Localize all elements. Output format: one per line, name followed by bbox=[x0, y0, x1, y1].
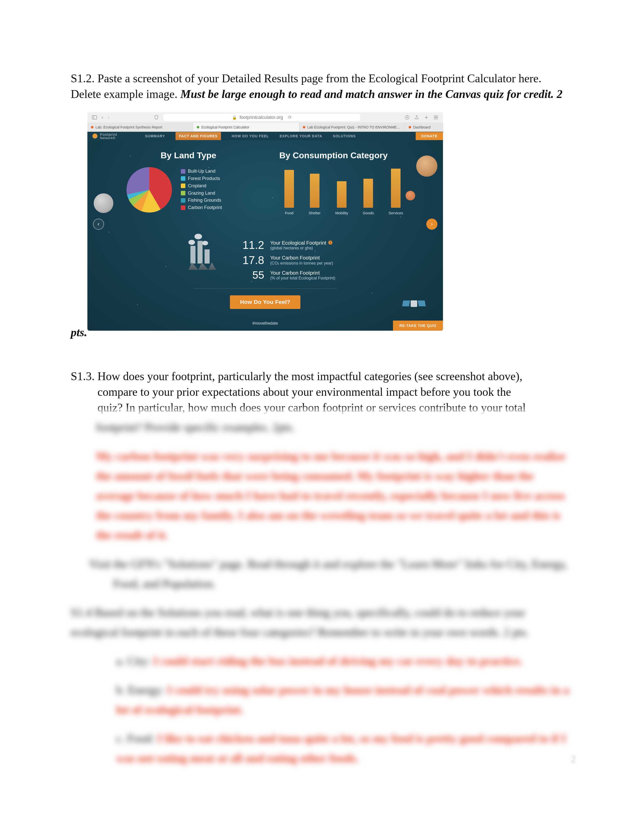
tab-quiz[interactable]: Lab Ecological Footprint: Quiz - INTRO T… bbox=[299, 123, 405, 132]
legend-item: Carbon Footprint bbox=[188, 204, 222, 211]
consumption-bar-chart: Food Shelter Mobility Goods Services bbox=[284, 162, 403, 215]
download-icon[interactable] bbox=[404, 115, 410, 120]
nav-facts[interactable]: FACT AND FIGURES bbox=[175, 132, 221, 140]
heading-consumption: By Consumption Category bbox=[279, 150, 388, 160]
nav-explore[interactable]: EXPLORE YOUR DATA bbox=[280, 134, 322, 138]
blur-label: c. Food: bbox=[116, 732, 157, 745]
site-navbar: Footprint Network® SUMMARY FACT AND FIGU… bbox=[87, 132, 443, 140]
bar-label: Shelter bbox=[309, 211, 321, 215]
heading-land-type: By Land Type bbox=[161, 150, 216, 160]
land-type-legend: Built-Up Land Forest Products Cropland G… bbox=[181, 167, 222, 211]
page-number: 2 bbox=[571, 753, 576, 765]
blurred-preview: footprint? Provide specific examples. 2p… bbox=[71, 418, 573, 768]
retake-quiz-button[interactable]: RE-TAKE THE QUIZ bbox=[393, 321, 443, 331]
bar-label: Goods bbox=[363, 211, 374, 215]
footprint-stats: 11.2 Your Ecological Footprinti (global … bbox=[237, 239, 335, 284]
donate-button[interactable]: DONATE bbox=[416, 132, 443, 140]
tab-label: Lab Ecological Footprint: Quiz - INTRO T… bbox=[308, 125, 400, 129]
footprint-logo-icon bbox=[92, 133, 98, 138]
pts-suffix: pts. bbox=[71, 326, 87, 339]
nav-solutions[interactable]: SOLUTIONS bbox=[333, 134, 356, 138]
tab-label: Dashboard bbox=[413, 125, 431, 129]
mars-decor bbox=[406, 191, 415, 200]
blur-line: footprint? Provide specific examples. 2p… bbox=[71, 418, 573, 437]
legend-item: Grazing Land bbox=[188, 190, 215, 197]
svg-rect-5 bbox=[434, 117, 436, 119]
svg-rect-3 bbox=[434, 116, 436, 117]
logo-line1: Footprint bbox=[100, 132, 117, 137]
legend-item: Fishing Grounds bbox=[188, 197, 221, 204]
canvas-favicon-icon bbox=[409, 126, 411, 129]
logo-line2: Network® bbox=[100, 137, 117, 140]
stat-value: 55 bbox=[237, 269, 264, 281]
nav-forward-icon[interactable]: › bbox=[108, 114, 109, 120]
embedded-screenshot: ‹ › 🔒 footprintcalculator.org ⟳ bbox=[87, 112, 443, 331]
stat-sub: (% of your total Ecological Footprint) bbox=[270, 276, 335, 280]
sidebar-toggle-icon[interactable] bbox=[92, 115, 97, 120]
next-button[interactable]: › bbox=[426, 219, 438, 230]
nav-summary[interactable]: SUMMARY bbox=[145, 134, 165, 138]
reload-icon[interactable]: ⟳ bbox=[288, 115, 292, 120]
blur-answer: I like to eat chicken and tuna quite a l… bbox=[116, 732, 566, 765]
stat-title: Your Carbon Footprint bbox=[270, 255, 333, 261]
address-bar[interactable]: 🔒 footprintcalculator.org ⟳ bbox=[163, 114, 360, 121]
blur-label: a. City: bbox=[116, 654, 153, 667]
q13-line: S1.3. How does your footprint, particula… bbox=[71, 368, 573, 384]
q13-line: quiz? In particular, how much does your … bbox=[71, 400, 573, 415]
q12-emph: Must be large enough to read and match a… bbox=[180, 88, 562, 100]
jupiter-decor bbox=[416, 156, 438, 177]
canvas-favicon-icon bbox=[303, 126, 305, 129]
svg-rect-6 bbox=[436, 117, 438, 119]
canvas-favicon-icon bbox=[91, 126, 93, 129]
site-favicon-icon bbox=[197, 126, 199, 129]
browser-tabs: Lab: Ecological Footprint Synthesis Repo… bbox=[87, 123, 443, 132]
new-tab-icon[interactable] bbox=[424, 115, 429, 120]
stat-value: 17.8 bbox=[237, 254, 264, 267]
hashtag-label: #movethedate bbox=[252, 321, 278, 326]
question-s1-2: S1.2. Paste a screenshot of your Detaile… bbox=[71, 71, 573, 102]
tab-dashboard[interactable]: Dashboard bbox=[405, 123, 443, 132]
shield-icon[interactable] bbox=[154, 115, 159, 120]
blur-label: b. Energy: bbox=[116, 683, 167, 696]
tabs-overview-icon[interactable] bbox=[433, 115, 438, 120]
legend-item: Forest Products bbox=[188, 175, 220, 182]
blur-line: S1.4 Based on the Solutions you read, wh… bbox=[71, 603, 573, 642]
blur-answer: My carbon footprint was very surprising … bbox=[71, 447, 573, 545]
nav-feel[interactable]: HOW DO YOU FEEL bbox=[232, 134, 269, 138]
tab-label: Lab: Ecological Footprint Synthesis Repo… bbox=[95, 125, 163, 129]
q13-line: compare to your prior expectations about… bbox=[71, 384, 573, 400]
stat-value: 11.2 bbox=[237, 239, 264, 251]
svg-rect-0 bbox=[92, 116, 97, 119]
factory-illustration bbox=[188, 241, 224, 271]
tab-report[interactable]: Lab: Ecological Footprint Synthesis Repo… bbox=[87, 123, 193, 132]
blur-answer: I could start riding the bus instead of … bbox=[153, 654, 523, 667]
share-icon[interactable] bbox=[414, 115, 419, 120]
svg-rect-4 bbox=[436, 116, 438, 117]
address-text: footprintcalculator.org bbox=[240, 115, 283, 120]
prev-button[interactable]: ‹ bbox=[93, 219, 104, 230]
info-icon[interactable]: i bbox=[328, 241, 332, 244]
land-type-pie-chart bbox=[127, 167, 172, 212]
stat-sub: (global hectares or gha) bbox=[270, 246, 332, 251]
stat-title: Your Ecological Footprint bbox=[270, 240, 326, 246]
legend-item: Cropland bbox=[188, 182, 206, 190]
site-logo[interactable]: Footprint Network® bbox=[87, 132, 122, 140]
bar-label: Food bbox=[285, 211, 293, 215]
bar-label: Services bbox=[389, 211, 403, 215]
nav-back-icon[interactable]: ‹ bbox=[101, 114, 103, 120]
tab-label: Ecological Footprint Calculator bbox=[201, 125, 249, 129]
browser-toolbar: ‹ › 🔒 footprintcalculator.org ⟳ bbox=[87, 112, 443, 123]
question-s1-3: S1.3. How does your footprint, particula… bbox=[71, 368, 573, 415]
legend-item: Built-Up Land bbox=[188, 167, 216, 175]
stat-sub: (CO₂ emissions in tonnes per year) bbox=[270, 261, 333, 265]
moon-decor bbox=[94, 193, 113, 213]
how-do-you-feel-button[interactable]: How Do You Feel? bbox=[230, 295, 300, 309]
blur-answer: I could try using solar power in my hous… bbox=[116, 683, 569, 716]
blur-line: Visit the GFN's "Solutions" page. Read t… bbox=[89, 554, 573, 594]
results-stage: By Land Type By Consumption Category Bui… bbox=[87, 140, 443, 331]
tab-calculator[interactable]: Ecological Footprint Calculator bbox=[193, 123, 299, 132]
stat-title: Your Carbon Footprint bbox=[270, 270, 335, 276]
satellite-decor bbox=[402, 295, 425, 312]
lock-icon: 🔒 bbox=[232, 115, 237, 120]
bar-label: Mobility bbox=[335, 211, 348, 215]
